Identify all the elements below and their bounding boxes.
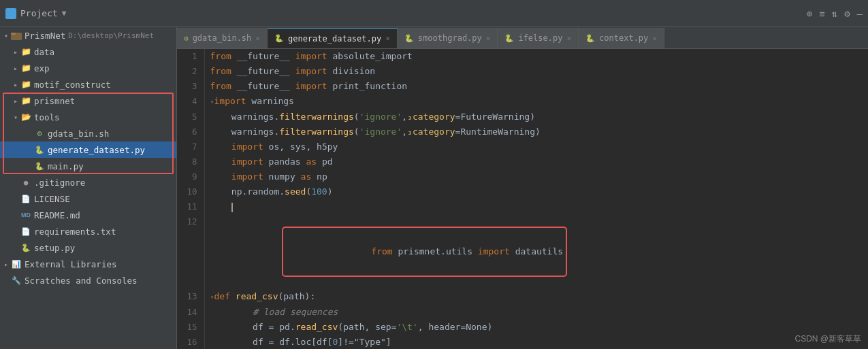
tab-close-context[interactable]: × [652,34,657,43]
tab-label-smoothgrad: smoothgrad.py [418,33,482,43]
tab-close-gdata[interactable]: × [255,34,260,43]
line-num-5: 5 [177,110,204,124]
line-8: 8 import pandas as pd [177,154,868,169]
sidebar-item-data[interactable]: data [0,44,176,60]
sidebar-item-prismnet-root[interactable]: PrismNet D:\desktop\PrismNet [0,27,176,44]
sidebar-item-prismnet[interactable]: prismnet [0,93,176,109]
scratches-label: Scratches and Consoles [25,276,138,286]
tab-ifelse-py[interactable]: 🐍 ifelse.py × [498,28,579,48]
arrow-tools [11,112,20,122]
data-label: data [34,47,54,57]
sidebar-item-main-py[interactable]: 🐍 main.py [0,158,176,174]
minimize-btn[interactable]: — [857,8,863,19]
file-icon-license [20,193,31,204]
main-py-label: main.py [48,161,84,171]
line-content-16: df = df.loc[df[0]!="Type"] [204,335,868,349]
sidebar-item-tools[interactable]: tools [0,109,176,125]
line-num-16: 16 [177,335,204,349]
line-content-2: from __future__ import division [204,64,868,79]
prismnet-label: PrismNet [25,31,65,41]
sidebar-item-generate-dataset[interactable]: 🐍 generate_dataset.py [0,142,176,158]
line-content-4: ▾import warnings [204,94,868,110]
tab-smoothgrad-py[interactable]: 🐍 smoothgrad.py × [398,28,498,48]
main-layout: PrismNet D:\desktop\PrismNet data exp mo… [0,27,868,349]
sidebar-item-scratches[interactable]: 🔧 Scratches and Consoles [0,272,176,288]
gdata-sh-label: gdata_bin.sh [48,129,109,139]
project-label[interactable]: Project [20,8,58,18]
line-6: 6 warnings.filterwarnings('ignore',₃cate… [177,124,868,139]
line-content-11 [204,199,868,214]
line-num-13: 13 [177,289,204,305]
icon-scratches: 🔧 [11,275,22,286]
settings-btn[interactable]: ⚙ [844,8,850,19]
readme-label: README.md [34,210,80,220]
arrow-gitignore [11,178,20,187]
sidebar-item-external-libs[interactable]: 📊 External Libraries [0,256,176,272]
file-icon-readme: MD [20,210,31,220]
line-num-15: 15 [177,320,204,335]
line-num-12: 12 [177,214,204,289]
sidebar-item-license[interactable]: LICENSE [0,190,176,207]
expand-btn[interactable]: ⇅ [832,8,837,19]
line-4: 4 ▾import warnings [177,94,868,110]
file-icon-setup: 🐍 [20,242,31,253]
tab-label-generate: generate_dataset.py [288,34,381,44]
line-2: 2 from __future__ import division [177,64,868,79]
line-content-1: from __future__ import absolute_import [204,49,868,64]
collapse-btn[interactable]: ≡ [819,8,824,19]
motif-label: motif_construct [34,80,111,90]
sidebar-item-requirements[interactable]: requirements.txt [0,223,176,239]
line-content-5: warnings.filterwarnings('ignore',₃catego… [204,110,868,124]
folder-icon-motif [20,79,31,90]
svg-rect-1 [11,33,16,35]
sidebar-item-exp[interactable]: exp [0,60,176,76]
line-13: 13 ▾def read_csv(path): [177,289,868,305]
icon-external-libs: 📊 [11,259,22,269]
requirements-label: requirements.txt [34,227,116,237]
line-content-9: import numpy as np [204,169,868,184]
tools-label: tools [34,112,60,122]
code-area[interactable]: 1 from __future__ import absolute_import… [177,49,868,349]
folder-icon-exp [20,63,31,73]
line-num-2: 2 [177,64,204,79]
line-content-7: import os, sys, h5py [204,139,868,154]
arrow-readme [11,210,20,220]
cursor [231,203,233,212]
exp-label: exp [34,63,50,73]
line-9: 9 import numpy as np [177,169,868,184]
tab-close-ifelse[interactable]: × [566,34,571,43]
add-file-btn[interactable]: ⊕ [807,8,812,19]
arrow-generate [25,145,34,154]
line-content-10: np.random.seed(100) [204,184,868,199]
sidebar-item-gitignore[interactable]: ● .gitignore [0,174,176,190]
tab-bar: ⚙ gdata_bin.sh × 🐍 generate_dataset.py ×… [177,27,868,49]
project-dropdown-icon[interactable]: ▼ [62,9,67,18]
line-num-14: 14 [177,305,204,320]
code-table: 1 from __future__ import absolute_import… [177,49,868,349]
folder-icon-prismnet-sub [20,95,31,106]
gitignore-label: .gitignore [34,178,85,188]
arrow-exp [11,63,20,73]
line-content-13: ▾def read_csv(path): [204,289,868,305]
tab-close-generate[interactable]: × [385,34,390,43]
tab-context-py[interactable]: 🐍 context.py × [579,28,664,48]
arrow-scratches [1,276,11,285]
line-content-8: import pandas as pd [204,154,868,169]
external-libs-label: External Libraries [25,259,116,269]
line-content-14: # load sequences [204,305,868,320]
folder-icon-tools [20,112,31,122]
tab-icon-context: 🐍 [585,34,595,43]
sidebar-item-setup[interactable]: 🐍 setup.py [0,239,176,256]
tab-icon-gdata: ⚙ [184,34,189,43]
tab-gdata-bin-sh[interactable]: ⚙ gdata_bin.sh × [177,28,268,48]
line-num-4: 4 [177,94,204,110]
line-1: 1 from __future__ import absolute_import [177,49,868,64]
sidebar-item-readme[interactable]: MD README.md [0,207,176,223]
line-16: 16 df = df.loc[df[0]!="Type"] [177,335,868,349]
tab-close-smoothgrad[interactable]: × [486,34,491,43]
sidebar-item-gdata-bin-sh[interactable]: ⚙ gdata_bin.sh [0,125,176,142]
arrow-data [11,47,20,56]
tab-generate-dataset-py[interactable]: 🐍 generate_dataset.py × [268,28,398,48]
sidebar-item-motif-construct[interactable]: motif_construct [0,76,176,93]
line-content-12: from prismnet.utils import datautils [204,214,868,289]
